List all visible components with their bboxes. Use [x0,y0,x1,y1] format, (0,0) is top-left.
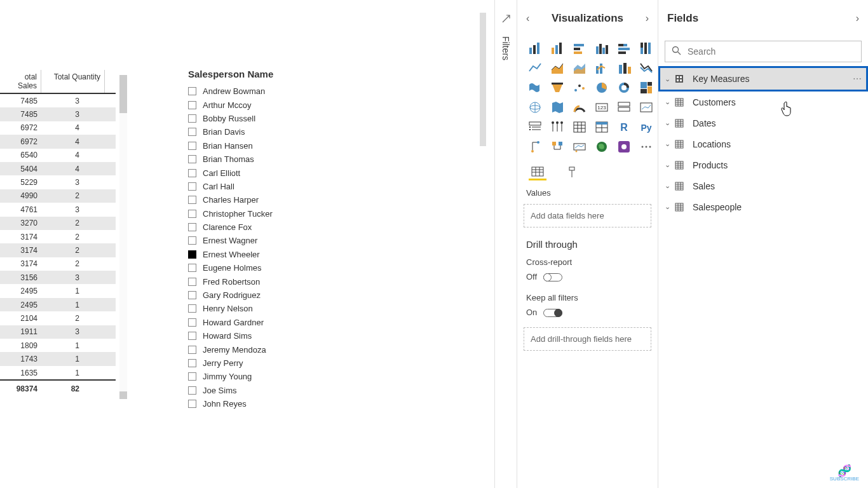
table-row[interactable]: 65404 [0,149,116,162]
table-row[interactable]: 52293 [0,175,116,189]
table-row[interactable]: 24951 [0,298,116,311]
slicer-visual[interactable]: Salesperson Name Andrew BowmanArthur Mcc… [188,69,398,410]
values-field-well[interactable]: Add data fields here [524,204,651,227]
viz-icon-r-visual[interactable]: R [615,118,633,134]
checkbox-icon[interactable] [188,291,196,299]
viz-icon-line[interactable] [526,59,544,75]
checkbox-icon[interactable] [188,182,196,191]
slicer-item[interactable]: Joe Sims [188,384,398,397]
viz-icon-stacked-bar-100[interactable] [615,39,633,55]
slicer-item[interactable]: Henry Nelson [188,302,398,315]
slicer-item[interactable]: Gary Rodriguez [188,288,398,302]
viz-icon-donut[interactable] [615,79,633,95]
checkbox-icon[interactable] [188,372,196,381]
field-table-dates[interactable]: ⌄Dates [658,112,868,133]
table-row[interactable]: 74853 [0,107,116,121]
slicer-item[interactable]: Charles Harper [188,193,398,207]
checkbox-icon[interactable] [188,250,196,259]
viz-icon-combo[interactable] [593,59,611,75]
column-header-quantity[interactable]: Total Quantity [41,70,105,93]
viz-icon-py-visual[interactable]: Py [637,118,655,134]
field-table-locations[interactable]: ⌄Locations [658,133,868,154]
chevron-down-icon[interactable]: ⌄ [665,203,675,211]
viz-icon-stacked-bar-h[interactable] [571,39,588,55]
viz-icon-map[interactable] [526,98,544,114]
table-row[interactable]: 31563 [0,271,116,284]
viz-icon-scatter[interactable] [571,79,588,95]
slicer-item[interactable]: Carl Elliott [188,166,398,179]
viz-icon-decomposition[interactable] [526,138,544,154]
checkbox-icon[interactable] [188,264,196,272]
slicer-item[interactable]: John Reyes [188,397,398,410]
viz-icon-powerapps[interactable] [615,138,633,154]
table-row[interactable]: 21042 [0,311,116,325]
scrollbar-thumb[interactable] [119,75,127,113]
drill-through-field-well[interactable]: Add drill-through fields here [524,327,651,351]
slicer-item[interactable]: Jeremy Mendoza [188,342,398,356]
chevron-down-icon[interactable]: ⌄ [665,161,675,169]
checkbox-icon[interactable] [188,332,196,340]
table-row[interactable]: 16351 [0,366,116,379]
checkbox-icon[interactable] [188,318,196,327]
table-row[interactable]: 17431 [0,352,116,365]
viz-icon-table[interactable] [571,118,588,134]
report-canvas[interactable]: otal Sales Total Quantity 74853748536972… [0,0,491,488]
viz-icon-filled-map[interactable] [548,98,566,114]
table-row[interactable]: 31742 [0,257,116,271]
table-row[interactable]: 54044 [0,162,116,175]
slicer-item[interactable]: Howard Sims [188,329,398,342]
checkbox-icon[interactable] [188,304,196,313]
viz-icon-pie[interactable] [593,79,611,95]
expand-fields-icon[interactable]: › [856,13,859,24]
chevron-down-icon[interactable]: ⌄ [665,119,675,127]
table-row[interactable]: 74853 [0,94,116,107]
checkbox-icon[interactable] [188,155,196,163]
table-visual[interactable]: otal Sales Total Quantity 74853748536972… [0,70,116,395]
chevron-down-icon[interactable]: ⌄ [665,182,675,190]
field-table-sales[interactable]: ⌄Sales [658,175,868,196]
chevron-down-icon[interactable]: ⌄ [665,75,675,83]
field-table-salespeople[interactable]: ⌄Salespeople [658,196,868,217]
viz-icon-card[interactable]: 123 [593,98,611,114]
viz-icon-column[interactable] [615,59,633,75]
slicer-item[interactable]: Jimmy Young [188,370,398,383]
table-row[interactable]: 49902 [0,189,116,203]
checkbox-icon[interactable] [188,114,196,123]
slicer-item[interactable]: Arthur Mccoy [188,98,398,111]
slicer-scrollbar[interactable] [480,13,486,146]
viz-icon-funnel[interactable] [548,79,566,95]
slicer-item[interactable]: Carl Hall [188,180,398,193]
slicer-item[interactable]: Brian Davis [188,125,398,139]
format-tab[interactable] [563,164,581,180]
checkbox-icon[interactable] [188,128,196,136]
table-scrollbar[interactable] [119,75,127,399]
column-header-sales[interactable]: otal Sales [0,70,41,93]
viz-icon-stacked-bar[interactable] [526,39,544,55]
viz-icon-key-influencers[interactable] [548,118,566,134]
field-table-customers[interactable]: ⌄Customers [658,92,868,112]
viz-icon-ribbon[interactable] [526,79,544,95]
fields-tab[interactable] [529,164,546,180]
table-row[interactable]: 31742 [0,243,116,257]
viz-icon-matrix[interactable] [593,118,611,134]
slicer-item[interactable]: Howard Gardner [188,316,398,329]
table-row[interactable]: 24951 [0,284,116,297]
expand-viz-icon[interactable]: › [646,13,649,24]
viz-icon-area[interactable] [548,59,566,75]
viz-icon-arcgis[interactable] [593,138,611,154]
slicer-item[interactable]: Brian Thomas [188,152,398,166]
checkbox-icon[interactable] [188,223,196,231]
slicer-item[interactable]: Ernest Wheeler [188,248,398,261]
checkbox-icon[interactable] [188,210,196,218]
checkbox-icon[interactable] [188,87,196,95]
table-row[interactable]: 47613 [0,203,116,216]
table-row[interactable]: 19113 [0,325,116,339]
checkbox-icon[interactable] [188,346,196,354]
slicer-item[interactable]: Jerry Perry [188,356,398,370]
fields-search-input[interactable] [688,46,855,57]
viz-icon-more-visuals[interactable] [637,138,655,154]
checkbox-icon[interactable] [188,359,196,367]
viz-icon-stacked-column-100[interactable] [637,39,655,55]
viz-icon-clustered-column[interactable] [593,39,611,55]
slicer-item[interactable]: Eugene Holmes [188,261,398,274]
